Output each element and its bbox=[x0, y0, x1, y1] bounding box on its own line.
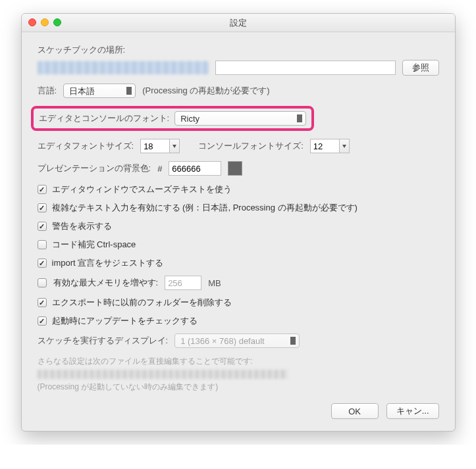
sketchbook-path-input[interactable] bbox=[215, 61, 396, 75]
titlebar: 設定 bbox=[22, 14, 455, 32]
editor-font-size-label: エディタフォントサイズ: bbox=[38, 140, 134, 152]
presentation-bg-label: プレゼンテーションの背景色: bbox=[38, 162, 151, 174]
chevron-updown-icon bbox=[128, 88, 132, 94]
chevron-down-icon[interactable] bbox=[169, 139, 180, 153]
font-highlight-box: エディタとコンソールのフォント: Ricty bbox=[31, 106, 315, 131]
chevron-down-icon[interactable] bbox=[339, 139, 350, 153]
chevron-updown-icon bbox=[298, 116, 302, 122]
window-title: 設定 bbox=[230, 18, 247, 28]
console-font-size-combo[interactable] bbox=[310, 139, 350, 153]
language-hint: (Processing の再起動が必要です) bbox=[142, 85, 270, 97]
zoom-button[interactable] bbox=[53, 18, 61, 26]
font-select[interactable]: Ricty bbox=[174, 111, 306, 126]
smooth-text-checkbox[interactable] bbox=[38, 185, 47, 194]
chevron-updown-icon bbox=[292, 338, 296, 344]
display-label: スケッチを実行するディスプレイ: bbox=[38, 335, 169, 347]
hash-sign: # bbox=[157, 164, 162, 174]
display-select-wrap: 1 (1366 × 768) default bbox=[174, 333, 300, 348]
smooth-text-label: エディタウィンドウでスムーズテキストを使う bbox=[52, 184, 232, 195]
preferences-window: 設定 スケッチブックの場所: 参照 言語: 日本語 (Processing の再… bbox=[21, 13, 456, 432]
prefs-file-note-1: さらなる設定は次のファイルを直接編集することで可能です: bbox=[38, 356, 439, 367]
prefs-file-note-2: (Processing が起動していない時のみ編集できます) bbox=[38, 382, 439, 393]
console-font-size-input[interactable] bbox=[310, 139, 339, 153]
complex-input-label: 複雑なテキスト入力を有効にする (例：日本語, Processing の再起動が… bbox=[52, 202, 357, 214]
code-completion-label: コード補完 Ctrl-space bbox=[52, 239, 136, 251]
check-updates-checkbox[interactable] bbox=[38, 316, 47, 326]
dialog-footer: OK キャン... bbox=[38, 403, 439, 419]
sketchbook-label: スケッチブックの場所: bbox=[38, 45, 126, 55]
memory-label: 有効な最大メモリを増やす: bbox=[53, 277, 159, 289]
language-select[interactable]: 日本語 bbox=[63, 84, 136, 98]
cancel-button[interactable]: キャン... bbox=[386, 403, 439, 419]
font-select-wrap: Ricty bbox=[174, 111, 306, 126]
display-select[interactable]: 1 (1366 × 768) default bbox=[174, 333, 300, 348]
code-completion-checkbox[interactable] bbox=[38, 240, 47, 249]
window-controls bbox=[28, 18, 61, 26]
content-area: スケッチブックの場所: 参照 言語: 日本語 (Processing の再起動が… bbox=[22, 32, 455, 431]
sketchbook-path-obscured bbox=[38, 61, 209, 74]
ok-button[interactable]: OK bbox=[331, 403, 379, 419]
prefs-file-path-obscured bbox=[38, 370, 288, 379]
warnings-label: 警告を表示する bbox=[52, 220, 112, 232]
memory-checkbox[interactable] bbox=[38, 278, 47, 287]
editor-font-size-combo[interactable] bbox=[140, 139, 180, 153]
color-swatch[interactable] bbox=[228, 161, 242, 176]
import-suggest-checkbox[interactable] bbox=[38, 259, 47, 268]
presentation-color-input[interactable] bbox=[169, 161, 221, 176]
console-font-size-label: コンソールフォントサイズ: bbox=[198, 140, 304, 152]
warnings-checkbox[interactable] bbox=[38, 222, 47, 231]
complex-input-checkbox[interactable] bbox=[38, 203, 47, 212]
delete-folder-checkbox[interactable] bbox=[38, 298, 47, 307]
editor-font-size-input[interactable] bbox=[140, 139, 169, 153]
browse-button[interactable]: 参照 bbox=[402, 60, 439, 76]
font-label: エディタとコンソールのフォント: bbox=[39, 112, 170, 124]
close-button[interactable] bbox=[28, 18, 36, 26]
memory-input[interactable] bbox=[165, 276, 201, 290]
check-updates-label: 起動時にアップデートをチェックする bbox=[52, 315, 198, 327]
delete-folder-label: エクスポート時に以前のフォルダーを削除する bbox=[52, 297, 232, 309]
memory-unit: MB bbox=[208, 278, 221, 288]
import-suggest-label: import 宣言をサジェストする bbox=[52, 257, 164, 269]
language-label: 言語: bbox=[38, 85, 57, 97]
language-select-wrap: 日本語 bbox=[63, 84, 136, 98]
minimize-button[interactable] bbox=[41, 18, 49, 26]
